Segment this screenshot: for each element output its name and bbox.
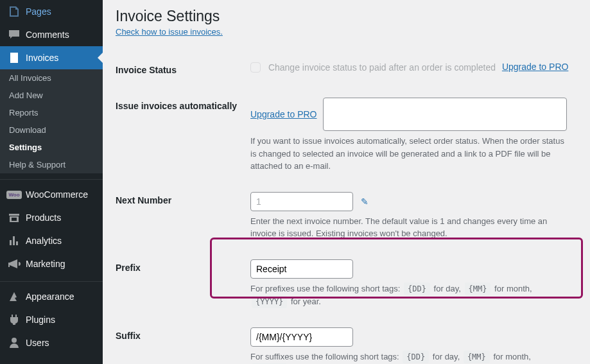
main-content: Invoice Settings Check how to issue invo… xyxy=(103,0,590,364)
field-label-auto: Issue invoices automatically xyxy=(116,88,244,182)
suffix-input[interactable] xyxy=(250,327,353,347)
menu-separator xyxy=(0,177,103,180)
sidebar-item-woocommerce[interactable]: Woo WooCommerce xyxy=(0,183,103,206)
upgrade-pro-link[interactable]: Upgrade to PRO xyxy=(502,62,569,72)
invoice-icon xyxy=(8,51,21,64)
tag-mm: {MM} xyxy=(465,282,491,295)
sidebar-item-appearance[interactable]: Appearance xyxy=(0,285,103,308)
field-label-prefix: Prefix xyxy=(116,250,244,318)
status-checkbox xyxy=(250,62,261,73)
submenu-help[interactable]: Help & Support xyxy=(0,156,103,173)
sidebar-item-products[interactable]: Products xyxy=(0,206,103,229)
menu-separator xyxy=(0,279,103,282)
tag-dd: {DD} xyxy=(404,282,430,295)
sidebar-item-label: Marketing xyxy=(26,259,65,269)
prefix-input[interactable] xyxy=(250,259,353,279)
edit-icon[interactable]: ✎ xyxy=(361,196,369,207)
auto-description: If you want to issue invoices automatica… xyxy=(250,135,571,173)
field-label-status: Invoice Status xyxy=(116,52,244,88)
tag-mm: {MM} xyxy=(464,351,490,363)
tag-dd: {DD} xyxy=(403,351,429,363)
suffix-description: For suffixes use the following short tag… xyxy=(250,351,571,365)
sidebar-item-label: Invoices xyxy=(26,53,58,63)
auto-select-disabled xyxy=(323,98,567,131)
submenu-settings[interactable]: Settings xyxy=(0,139,103,156)
submenu-reports[interactable]: Reports xyxy=(0,104,103,121)
submenu-add-new[interactable]: Add New xyxy=(0,87,103,104)
sidebar-item-label: WooCommerce xyxy=(26,189,88,200)
page-title: Invoice Settings xyxy=(116,8,577,25)
help-link[interactable]: Check how to issue invoices. xyxy=(116,27,223,37)
submenu-download[interactable]: Download xyxy=(0,121,103,139)
sidebar-item-plugins[interactable]: Plugins xyxy=(0,308,103,331)
products-icon xyxy=(8,211,21,224)
invoices-submenu: All Invoices Add New Reports Download Se… xyxy=(0,69,103,173)
plugins-icon xyxy=(8,313,21,326)
tag-yyyy: {YYYY} xyxy=(252,295,287,308)
next-number-input xyxy=(250,192,353,211)
sidebar-item-label: Users xyxy=(26,338,49,348)
sidebar-item-marketing[interactable]: Marketing xyxy=(0,252,103,275)
analytics-icon xyxy=(8,234,21,247)
sidebar-item-users[interactable]: Users xyxy=(0,331,103,354)
sidebar-item-label: Plugins xyxy=(26,315,55,325)
pages-icon xyxy=(8,5,21,18)
admin-sidebar: Pages Comments Invoices All Invoices Add… xyxy=(0,0,103,364)
sidebar-item-pages[interactable]: Pages xyxy=(0,0,103,23)
settings-form: Invoice Status Change invoice status to … xyxy=(116,52,577,364)
prefix-description: For prefixes use the following short tag… xyxy=(250,282,571,308)
comment-icon xyxy=(8,28,21,41)
sidebar-item-label: Appearance xyxy=(26,291,74,302)
status-checkbox-label: Change invoice status to paid after an o… xyxy=(268,62,496,73)
next-description: Enter the next invoice number. The defau… xyxy=(250,215,571,240)
field-label-next: Next Number xyxy=(116,182,244,250)
field-label-suffix: Suffix xyxy=(116,318,244,365)
sidebar-item-label: Pages xyxy=(26,6,51,17)
sidebar-item-invoices[interactable]: Invoices xyxy=(0,46,103,69)
sidebar-item-label: Comments xyxy=(26,30,69,40)
submenu-all-invoices[interactable]: All Invoices xyxy=(0,69,103,87)
appearance-icon xyxy=(8,290,21,303)
sidebar-item-label: Products xyxy=(26,212,61,223)
sidebar-item-comments[interactable]: Comments xyxy=(0,23,103,46)
users-icon xyxy=(8,336,21,349)
woocommerce-icon: Woo xyxy=(8,188,21,201)
upgrade-pro-link-auto[interactable]: Upgrade to PRO xyxy=(250,109,317,119)
sidebar-item-analytics[interactable]: Analytics xyxy=(0,229,103,252)
sidebar-item-label: Analytics xyxy=(26,236,62,246)
marketing-icon xyxy=(8,257,21,270)
